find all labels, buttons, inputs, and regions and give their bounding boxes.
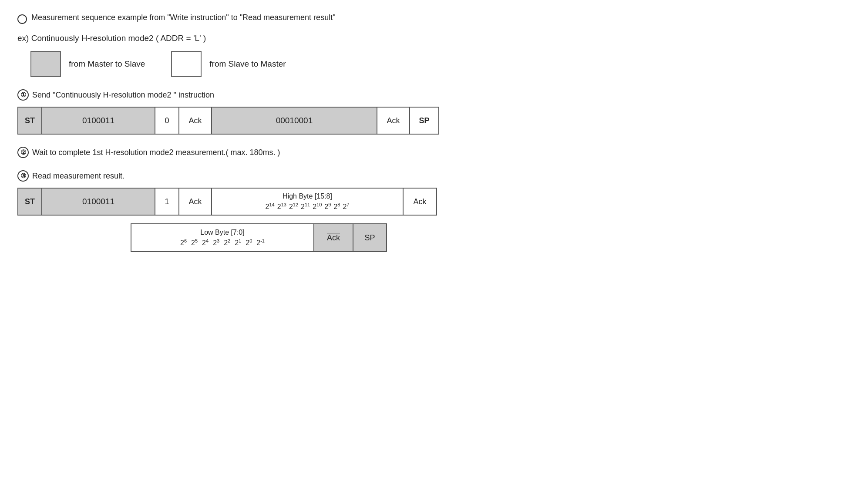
cell-lowbyte: Low Byte [7:0] 26 25 24 23 22 21 20 2-1 <box>131 224 314 251</box>
legend-slave-label: from Slave to Master <box>209 59 286 69</box>
step1-num: ① <box>17 89 29 101</box>
lbit3: 23 <box>213 238 219 247</box>
step2-header: ② Wait to complete 1st H-resolution mode… <box>17 147 851 158</box>
cell-sp-low: SP <box>353 224 386 251</box>
cell-ack3b: Ack <box>404 189 436 215</box>
step2-section: ② Wait to complete 1st H-resolution mode… <box>17 147 851 158</box>
lbit0: 20 <box>246 238 252 247</box>
cell-rw1: 0 <box>155 108 179 134</box>
cell-sp1: SP <box>410 108 438 134</box>
step3-num: ③ <box>17 170 29 182</box>
cell-ack1b: Ack <box>377 108 410 134</box>
step1-label: Send "Continuously H-resolution mode2 " … <box>32 91 214 100</box>
cell-addr3: 0100011 <box>42 189 155 215</box>
bit9: 29 <box>324 202 331 211</box>
bit8: 28 <box>333 202 340 211</box>
bit12: 212 <box>289 202 298 211</box>
legend-box-slave <box>171 51 202 77</box>
lbit4: 24 <box>202 238 209 247</box>
lbit5: 25 <box>191 238 198 247</box>
legend-box-master <box>30 51 61 77</box>
cell-addr1: 0100011 <box>42 108 155 134</box>
cell-ack1: Ack <box>179 108 212 134</box>
step1-table: ST 0100011 0 Ack 00010001 Ack SP <box>17 107 439 135</box>
legend-master: from Master to Slave <box>30 51 145 77</box>
lbitm1: 2-1 <box>256 238 265 247</box>
step3-section: ③ Read measurement result. ST 0100011 1 … <box>17 170 851 252</box>
cell-ack-overline: Ack <box>314 224 353 251</box>
cell-rw3: 1 <box>155 189 179 215</box>
ex-line: ex) Continuously H-resolution mode2 ( AD… <box>17 34 851 43</box>
bit10: 210 <box>313 202 322 211</box>
step3-table-row1: ST 0100011 1 Ack High Byte [15:8] 214 21… <box>17 188 437 216</box>
lowbyte-table: Low Byte [7:0] 26 25 24 23 22 21 20 2-1 … <box>131 223 387 252</box>
cell-ack3: Ack <box>179 189 212 215</box>
main-container: Measurement sequence example from "Write… <box>17 13 851 252</box>
step1-header: ① Send "Continuously H-resolution mode2 … <box>17 89 851 101</box>
bit13: 213 <box>277 202 286 211</box>
lbit2: 22 <box>224 238 230 247</box>
cell-highbyte: High Byte [15:8] 214 213 212 211 210 29 … <box>212 189 404 215</box>
bullet-icon <box>17 14 27 24</box>
highbyte-label: High Byte [15:8] <box>283 192 332 200</box>
section-title-text: Measurement sequence example from "Write… <box>31 13 336 22</box>
bit7: 27 <box>343 202 349 211</box>
step2-label: Wait to complete 1st H-resolution mode2 … <box>32 148 280 157</box>
legend-master-label: from Master to Slave <box>69 59 145 69</box>
step3-header: ③ Read measurement result. <box>17 170 851 182</box>
lbit1: 21 <box>235 238 241 247</box>
step3-label: Read measurement result. <box>32 172 124 181</box>
step2-num: ② <box>17 147 29 158</box>
step1-section: ① Send "Continuously H-resolution mode2 … <box>17 89 851 135</box>
ack-overline-text: Ack <box>327 233 340 243</box>
bit11: 211 <box>301 202 310 211</box>
lowbyte-bits: 26 25 24 23 22 21 20 2-1 <box>180 238 265 247</box>
section-title: Measurement sequence example from "Write… <box>17 13 851 24</box>
cell-st1: ST <box>18 108 42 134</box>
lowbyte-table-wrap: Low Byte [7:0] 26 25 24 23 22 21 20 2-1 … <box>131 223 851 252</box>
highbyte-bits: 214 213 212 211 210 29 28 27 <box>266 202 350 211</box>
cell-st3: ST <box>18 189 42 215</box>
legend-slave: from Slave to Master <box>171 51 286 77</box>
legend-row: from Master to Slave from Slave to Maste… <box>30 51 851 77</box>
cell-data1: 00010001 <box>212 108 377 134</box>
bit14: 214 <box>266 202 275 211</box>
lowbyte-label: Low Byte [7:0] <box>200 229 244 236</box>
lbit6: 26 <box>180 238 187 247</box>
